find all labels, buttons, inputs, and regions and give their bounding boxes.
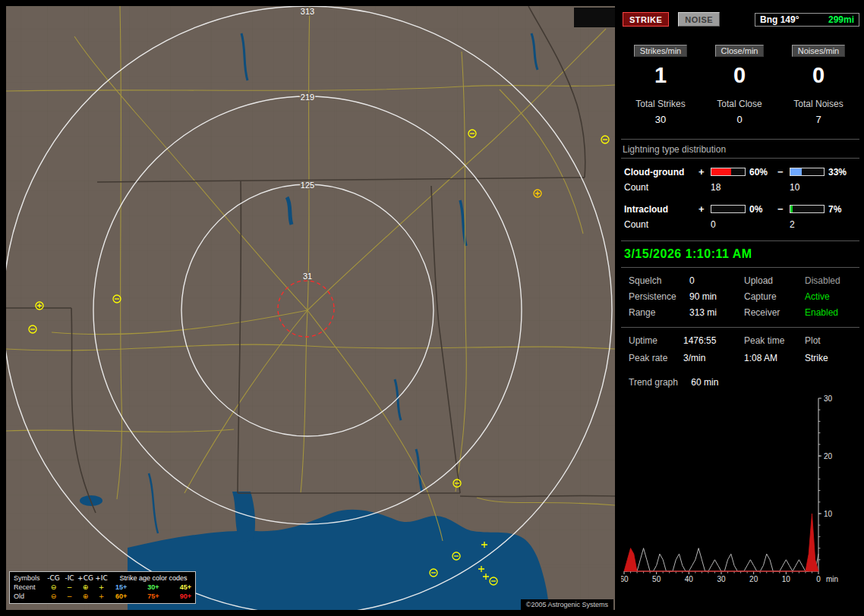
peak-time-value: 1:08 AM	[744, 353, 805, 363]
bearing-value: Bng 149°	[760, 14, 799, 25]
bearing-readout: Bng 149° 299mi	[755, 13, 859, 27]
count-label: Count	[624, 219, 698, 230]
total-strikes-label: Total Strikes	[621, 99, 700, 109]
trend-graph-window: 60 min	[691, 377, 718, 388]
total-close-label: Total Close	[700, 99, 779, 109]
close-per-min-value: 0	[700, 63, 779, 88]
uptime-value: 1476:55	[683, 335, 744, 346]
ic-plus-bar	[711, 205, 746, 213]
ic-minus-bar	[790, 205, 825, 213]
bearing-distance: 299mi	[828, 14, 854, 25]
svg-text:10: 10	[824, 510, 833, 518]
ic-minus-pct: 7%	[826, 204, 852, 215]
upload-status: Disabled	[805, 275, 859, 286]
rate-column-close: Close/min 0 Total Close 0	[700, 45, 779, 125]
legend-symbols-header: Symbols	[14, 574, 46, 583]
circle-minus-icon: ⊖	[46, 583, 61, 592]
legend-col-ic-pos: +IC	[93, 574, 109, 583]
cloud-ground-label: Cloud-ground	[624, 167, 698, 178]
svg-text:10: 10	[782, 575, 791, 583]
minus-sign: −	[777, 166, 790, 178]
capture-status: Active	[805, 291, 859, 302]
total-noises-label: Total Noises	[779, 99, 858, 109]
rate-columns: Strikes/min 1 Total Strikes 30 Close/min…	[621, 45, 859, 125]
map-dark-region	[574, 8, 615, 27]
total-noises-value: 7	[779, 114, 858, 125]
strikes-per-min-value: 1	[621, 63, 700, 88]
plus-icon: +	[93, 592, 109, 601]
legend-old-label: Old	[14, 592, 46, 601]
cg-plus-count: 18	[711, 182, 747, 193]
plus-sign: +	[698, 203, 711, 215]
rate-column-noises: Noises/min 0 Total Noises 7	[779, 45, 858, 125]
svg-text:40: 40	[685, 575, 694, 583]
cg-plus-bar	[711, 168, 746, 176]
range-value: 313 mi	[689, 307, 744, 318]
cloud-ground-row: Cloud-ground + 60% − 33%	[621, 166, 859, 178]
peak-rate-value: 3/min	[683, 353, 744, 363]
lightning-map: 313 219 125 31	[6, 6, 615, 610]
svg-text:min: min	[826, 575, 838, 583]
squelch-label: Squelch	[629, 275, 689, 286]
close-per-min-chip: Close/min	[715, 45, 765, 57]
minus-icon: −	[61, 583, 77, 592]
cloud-ground-count-row: Count 18 10	[621, 182, 859, 193]
legend-age-title: Strike age color codes	[109, 574, 191, 583]
ic-minus-count: 2	[790, 219, 826, 230]
plot-label: Plot	[805, 335, 859, 346]
total-strikes-value: 30	[621, 114, 700, 125]
intracloud-count-row: Count 0 2	[621, 219, 859, 230]
svg-text:20: 20	[824, 452, 833, 460]
trend-graph: 1020306050403020100min	[621, 391, 858, 588]
plus-sign: +	[698, 166, 711, 178]
strike-button[interactable]: STRIKE	[623, 12, 669, 27]
minus-sign: −	[777, 203, 790, 215]
circle-plus-icon: ⊕	[77, 592, 93, 601]
count-label: Count	[624, 182, 698, 193]
upload-label: Upload	[744, 275, 805, 286]
peak-time-label: Peak time	[744, 335, 805, 346]
cg-plus-pct: 60%	[747, 167, 777, 178]
trend-graph-label-row: Trend graph 60 min	[621, 371, 859, 388]
age-code: 30+	[147, 583, 159, 592]
receiver-status: Enabled	[805, 307, 859, 318]
legend-col-cg-neg: -CG	[46, 574, 61, 583]
legend-col-cg-pos: +CG	[77, 574, 93, 583]
ic-plus-pct: 0%	[747, 204, 777, 215]
map-canvas: 313 219 125 31	[6, 6, 615, 610]
cg-minus-bar	[790, 168, 825, 176]
plot-value: Strike	[805, 353, 859, 363]
intracloud-label: Intracloud	[624, 204, 698, 215]
ring-label-125: 125	[301, 181, 314, 190]
plus-icon: +	[93, 583, 109, 592]
mode-row: STRIKE NOISE Bng 149° 299mi	[623, 12, 859, 27]
age-code: 60+	[115, 592, 127, 601]
app-window: 313 219 125 31	[0, 0, 864, 616]
legend-recent-label: Recent	[14, 583, 46, 592]
ic-plus-count: 0	[711, 219, 747, 230]
stats-grid: Uptime 1476:55 Peak time Plot Peak rate …	[621, 327, 859, 371]
settings-grid: Squelch 0 Upload Disabled Persistence 90…	[621, 268, 859, 327]
svg-text:60: 60	[621, 575, 629, 583]
age-code: 45+	[180, 583, 191, 592]
datetime-display: 3/15/2026 1:10:11 AM	[621, 240, 859, 268]
age-code: 90+	[180, 592, 191, 601]
side-panel: STRIKE NOISE Bng 149° 299mi Strikes/min …	[621, 6, 859, 610]
persistence-value: 90 min	[689, 291, 744, 302]
distribution-title: Lightning type distribution	[621, 140, 859, 159]
receiver-label: Receiver	[744, 307, 805, 318]
circle-minus-icon: ⊖	[46, 592, 61, 601]
minus-icon: −	[61, 592, 77, 601]
map-legend: Symbols -CG -IC +CG +IC Strike age color…	[9, 571, 196, 604]
uptime-label: Uptime	[629, 335, 683, 346]
noise-button[interactable]: NOISE	[678, 12, 720, 27]
age-code: 75+	[147, 592, 159, 601]
age-code: 15+	[115, 583, 127, 592]
svg-text:0: 0	[816, 575, 821, 583]
intracloud-row: Intracloud + 0% − 7%	[621, 203, 859, 215]
capture-label: Capture	[744, 291, 805, 302]
ring-label-313: 313	[301, 7, 314, 16]
cg-minus-count: 10	[790, 182, 826, 193]
circle-plus-icon: ⊕	[77, 583, 93, 592]
peak-rate-label: Peak rate	[629, 353, 683, 363]
